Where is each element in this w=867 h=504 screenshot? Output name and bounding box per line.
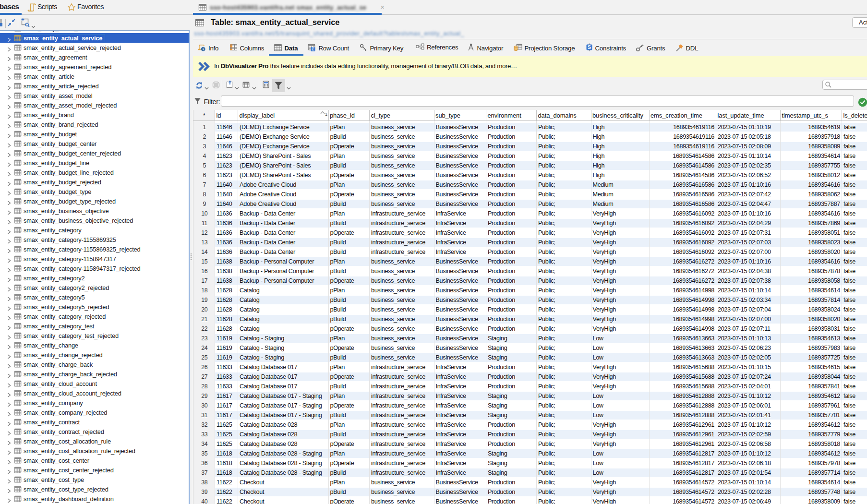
svg-text:1: 1 (325, 112, 327, 116)
svg-text:S: S (588, 45, 591, 50)
svg-text:Σ: Σ (312, 47, 314, 51)
